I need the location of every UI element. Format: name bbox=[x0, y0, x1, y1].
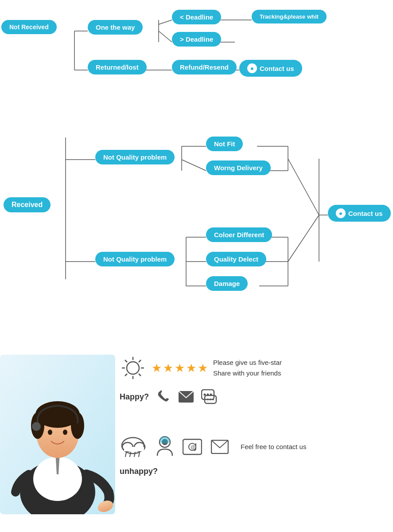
svg-point-59 bbox=[207, 399, 209, 400]
star-4: ★ bbox=[186, 361, 196, 375]
svg-line-3 bbox=[159, 20, 172, 24]
contact-us-1-node[interactable]: Contact us bbox=[239, 60, 302, 77]
svg-text:@: @ bbox=[191, 445, 195, 450]
email-icon-2 bbox=[209, 436, 231, 458]
refund-resend-node: Refund/Resend bbox=[172, 60, 237, 74]
star-1: ★ bbox=[152, 361, 162, 375]
after-deadline-node: > Deadline bbox=[172, 32, 221, 47]
star-2: ★ bbox=[163, 361, 173, 375]
color-different-node: Coloer Different bbox=[206, 227, 272, 242]
avatar-icon bbox=[154, 436, 176, 458]
svg-line-51 bbox=[139, 360, 141, 362]
tracking-node: Tracking&please whit bbox=[252, 10, 327, 23]
happy-icons-row: ★ ★ ★ ★ ★ Please give us five-star Share… bbox=[120, 355, 282, 381]
email-at-icon: @ bbox=[181, 436, 203, 458]
before-deadline-node: < Deadline bbox=[172, 10, 221, 24]
quality-problem-node: Not Quality problem bbox=[95, 252, 175, 266]
on-the-way-node: One the way bbox=[88, 20, 143, 35]
star-3: ★ bbox=[175, 361, 185, 375]
bottom-section: ★ ★ ★ ★ ★ Please give us five-star Share… bbox=[0, 346, 393, 514]
not-received-node: Not Received bbox=[1, 20, 57, 34]
chat-icon bbox=[200, 388, 218, 406]
svg-line-4 bbox=[159, 31, 172, 42]
cloud-rain-icon bbox=[120, 434, 148, 459]
happy-contact-row: Happy? bbox=[120, 388, 218, 406]
svg-line-28 bbox=[288, 215, 319, 262]
quality-defect-node: Quality Delect bbox=[206, 252, 266, 266]
diagram2: Received Not Quality problem Not Fit Wor… bbox=[0, 102, 393, 332]
wrong-delivery-node: Worng Delivery bbox=[206, 160, 271, 175]
svg-line-52 bbox=[125, 374, 127, 376]
contact-icon-1 bbox=[247, 63, 257, 73]
person-svg bbox=[0, 355, 115, 514]
svg-line-14 bbox=[182, 160, 206, 171]
svg-point-44 bbox=[127, 362, 139, 374]
svg-point-60 bbox=[210, 399, 211, 400]
returned-lost-node: Returned/lost bbox=[88, 60, 147, 74]
not-quality-top-node: Not Quality problem bbox=[95, 150, 175, 164]
svg-point-61 bbox=[212, 399, 214, 400]
damage-node: Damage bbox=[206, 276, 248, 291]
not-fit-node: Not Fit bbox=[206, 137, 243, 151]
happy-section: ★ ★ ★ ★ ★ Please give us five-star Share… bbox=[120, 355, 282, 406]
unhappy-icons-row: @ Feel free to contact us bbox=[120, 434, 306, 459]
svg-line-19 bbox=[288, 159, 319, 215]
star-5: ★ bbox=[198, 361, 208, 375]
svg-point-73 bbox=[160, 437, 170, 444]
phone-icon bbox=[154, 388, 172, 406]
email-icon-1 bbox=[177, 388, 195, 406]
diagram1: Not Received One the way < Deadline > De… bbox=[0, 0, 393, 98]
svg-line-50 bbox=[139, 374, 141, 376]
svg-point-40 bbox=[48, 430, 52, 435]
stars-row: ★ ★ ★ ★ ★ bbox=[152, 361, 208, 375]
unhappy-section: @ Feel free to contact us unhappy? bbox=[120, 434, 306, 476]
contact-us-2-node[interactable]: Contact us bbox=[328, 205, 391, 222]
customer-service-image bbox=[0, 355, 115, 514]
unhappy-label: unhappy? bbox=[120, 467, 158, 476]
contact-icon-2 bbox=[336, 208, 346, 218]
svg-point-41 bbox=[63, 430, 67, 435]
svg-line-67 bbox=[125, 452, 126, 457]
happy-label: Happy? bbox=[120, 392, 149, 402]
sun-icon bbox=[120, 355, 146, 381]
svg-line-69 bbox=[134, 452, 135, 457]
svg-point-42 bbox=[32, 422, 41, 431]
svg-line-49 bbox=[125, 360, 127, 362]
received-node: Received bbox=[4, 197, 51, 212]
unhappy-description: Feel free to contact us bbox=[241, 442, 306, 452]
happy-description: Please give us five-star Share with your… bbox=[213, 357, 282, 379]
